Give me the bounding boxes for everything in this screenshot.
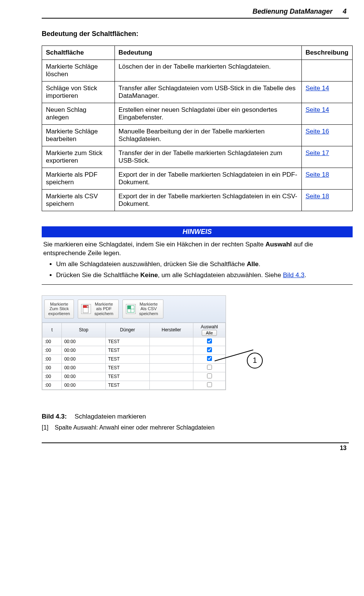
cell-name: Markierte Schläge bearbeiten <box>42 125 115 146</box>
grid-row: :00 00:00 TEST <box>42 354 226 363</box>
header-chapter: 4 <box>343 8 347 16</box>
row-checkbox[interactable] <box>207 365 212 370</box>
cell-meaning: Transfer aller Schlagdateien vom USB-Sti… <box>115 82 301 103</box>
toolbar-label: Markierte Als CSV speichern <box>137 302 160 316</box>
grid-header-stop: Stop <box>62 323 106 337</box>
svg-rect-3 <box>127 306 131 309</box>
page-link[interactable]: Seite 18 <box>306 193 329 200</box>
cell-name: Markierte Schläge löschen <box>42 60 115 82</box>
note-title: HINWEIS <box>42 226 353 237</box>
definitions-table: Schaltfläche Bedeutung Beschreibung Mark… <box>42 45 353 211</box>
header-title: Bedienung DataManager <box>253 8 333 15</box>
page-link[interactable]: Seite 17 <box>306 149 329 157</box>
table-row: Markierte als PDF speichern Export der i… <box>42 168 353 190</box>
toolbar-label: Markierte als PDF speichern <box>93 302 115 316</box>
cell-desc: Seite 14 <box>301 103 352 125</box>
cell-name: Markierte zum Stick exportieren <box>42 146 115 168</box>
page-link[interactable]: Seite 14 <box>306 106 329 113</box>
th-bedeutung: Bedeutung <box>115 46 301 60</box>
callout: 1 <box>247 353 263 369</box>
cell-meaning: Erstellen einer neuen Schlagdatei über e… <box>115 103 301 125</box>
cell-meaning: Transfer der in der Tabelle markierten S… <box>115 146 301 168</box>
alle-button[interactable]: Alle <box>202 330 217 336</box>
cell-name: Markierte als CSV speichern <box>42 190 115 211</box>
cell-meaning: Manuelle Bearbeitung der in der Tabelle … <box>115 125 301 146</box>
note-intro-pre: Sie markieren eine Schlagdatei, indem Si… <box>43 241 265 248</box>
cell-desc <box>301 60 352 82</box>
running-header: Bedienung DataManager 4 <box>42 8 349 16</box>
toolbar: Markierte Zum Stick exportieren Markiert… <box>42 296 226 323</box>
cell-desc: Seite 16 <box>301 125 352 146</box>
legend-num: [1] <box>42 424 49 431</box>
cell-name: Schläge von Stick importieren <box>42 82 115 103</box>
legend-text: Spalte Auswahl: Anwahl einer oder mehrer… <box>55 424 215 431</box>
cell-meaning: Löschen der in der Tabelle markierten Sc… <box>115 60 301 82</box>
grid-row: :00 00:00 TEST <box>42 381 226 389</box>
grid-header-t: t <box>42 323 62 337</box>
cell-desc: Seite 14 <box>301 82 352 103</box>
th-beschreibung: Beschreibung <box>301 46 352 60</box>
grid-row: :00 00:00 TEST <box>42 337 226 346</box>
cell-desc: Seite 17 <box>301 146 352 168</box>
section-heading: Bedeutung der Schaltflächen: <box>42 30 349 38</box>
note-body: Sie markieren eine Schlagdatei, indem Si… <box>42 237 353 285</box>
table-row: Markierte Schläge bearbeiten Manuelle Be… <box>42 125 353 146</box>
note-bullet: Drücken Sie die Schaltfläche Keine, um a… <box>56 271 351 280</box>
row-checkbox[interactable] <box>207 373 212 378</box>
toolbar-button-save-pdf[interactable]: Markierte als PDF speichern <box>78 300 119 318</box>
cell-meaning: Export der in der Tabelle markierten Sch… <box>115 168 301 190</box>
grid-row: :00 00:00 TEST <box>42 346 226 354</box>
footer-page-number: 13 <box>42 443 349 452</box>
page-link[interactable]: Seite 18 <box>306 171 329 178</box>
grid-header-duenger: Dünger <box>105 323 149 337</box>
callout-circle: 1 <box>247 353 263 369</box>
note-bullet: Um alle Schlagdateien auszuwählen, drück… <box>56 260 351 269</box>
page-link[interactable]: Seite 14 <box>306 85 329 92</box>
figure-caption: Bild 4.3: Schlagdateien markieren <box>42 413 349 420</box>
toolbar-button-export-stick[interactable]: Markierte Zum Stick exportieren <box>44 300 74 318</box>
cell-meaning: Export der in der Tabelle markierten Sch… <box>115 190 301 211</box>
grid-header-auswahl: Auswahl Alle <box>193 323 226 337</box>
callout-number: 1 <box>253 356 257 365</box>
header-rule <box>42 18 349 19</box>
toolbar-button-save-csv[interactable]: Markierte Als CSV speichern <box>122 300 163 318</box>
row-checkbox[interactable] <box>207 382 212 387</box>
row-checkbox[interactable] <box>207 339 212 343</box>
spreadsheet-icon <box>126 304 136 314</box>
table-row: Markierte zum Stick exportieren Transfer… <box>42 146 353 168</box>
cell-name: Markierte als PDF speichern <box>42 168 115 190</box>
figure-legend: [1] Spalte Auswahl: Anwahl einer oder me… <box>42 424 349 431</box>
grid-header-hersteller: Hersteller <box>149 323 193 337</box>
table-row: Schläge von Stick importieren Transfer a… <box>42 82 353 103</box>
cell-desc: Seite 18 <box>301 168 352 190</box>
row-checkbox[interactable] <box>207 356 212 361</box>
table-row: Markierte Schläge löschen Löschen der in… <box>42 60 353 82</box>
table-row: Neuen Schlag anlegen Erstellen einer neu… <box>42 103 353 125</box>
page-link[interactable]: Seite 16 <box>306 128 329 135</box>
pdf-icon <box>81 304 91 314</box>
row-checkbox[interactable] <box>207 347 212 352</box>
th-schaltflaeche: Schaltfläche <box>42 46 115 60</box>
see-bild-link[interactable]: Bild 4.3 <box>283 271 304 279</box>
table-row: Markierte als CSV speichern Export der i… <box>42 190 353 211</box>
grid-row: :00 00:00 TEST <box>42 363 226 372</box>
note-box: HINWEIS Sie markieren eine Schlagdatei, … <box>42 226 353 285</box>
grid-table: t Stop Dünger Hersteller Auswahl Alle :0… <box>42 323 226 390</box>
cell-desc: Seite 18 <box>301 190 352 211</box>
note-intro-bold: Auswahl <box>265 241 292 248</box>
caption-label: Bild 4.3: <box>42 413 67 420</box>
caption-text: Schlagdateien markieren <box>75 413 146 420</box>
screenshot-bild-4-3: Markierte Zum Stick exportieren Markiert… <box>42 295 226 390</box>
cell-name: Neuen Schlag anlegen <box>42 103 115 125</box>
toolbar-label: Markierte Zum Stick exportieren <box>48 302 71 316</box>
auswahl-label: Auswahl <box>196 324 223 329</box>
grid-row: :00 00:00 TEST <box>42 372 226 381</box>
